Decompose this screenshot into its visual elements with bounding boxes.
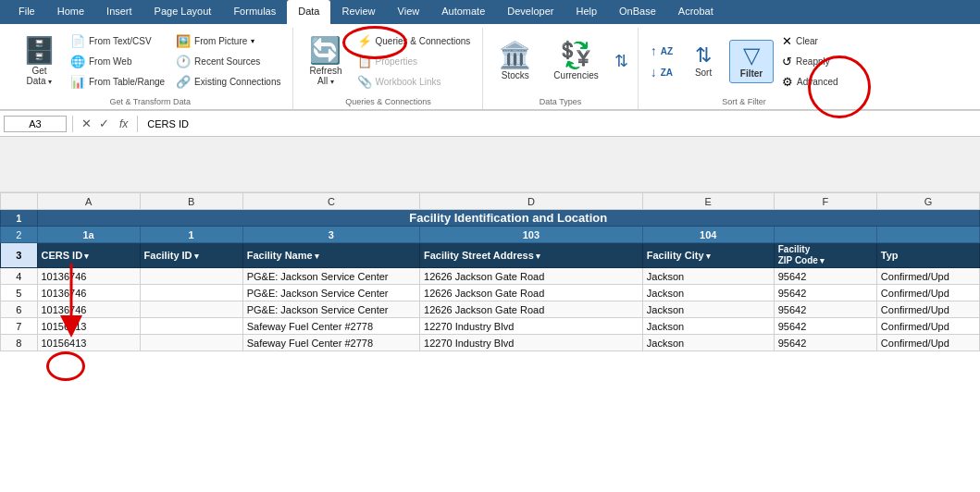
cancel-formula-icon[interactable]: ✕ [79,116,94,131]
cell-5d[interactable]: 12626 Jackson Gate Road [420,285,643,301]
cell-4b[interactable] [140,268,242,285]
filter-arrow-cers[interactable]: ▾ [84,252,89,261]
col-header-f[interactable]: F [774,193,876,210]
stocks-icon: 🏛️ [499,43,531,68]
sort-za-button[interactable]: ↓ ZA [646,62,677,82]
tab-help[interactable]: Help [564,0,608,24]
spreadsheet-area: A B C D E F G 1 Facility Identification … [0,192,980,351]
tab-data[interactable]: Data [287,0,330,24]
cell-5e[interactable]: Jackson [642,285,774,301]
refresh-all-label: RefreshAll ▾ [309,66,341,86]
cell-6b[interactable] [140,301,242,318]
cell-4g[interactable]: Confirmed/Upd [876,268,979,285]
col-header-g[interactable]: G [876,193,979,210]
currencies-button[interactable]: 💱 Currencies [545,39,606,84]
cell-5a[interactable]: 10136746 [37,285,140,301]
cell-7g[interactable]: Confirmed/Upd [876,318,979,335]
cell-8g[interactable]: Confirmed/Upd [876,335,979,351]
name-box[interactable] [4,116,67,132]
cell-6c[interactable]: PG&E: Jackson Service Center [242,301,419,318]
filter-arrow-zip[interactable]: ▾ [820,256,825,265]
get-transform-label: Get & Transform Data [109,95,191,109]
col-header-d[interactable]: D [420,193,643,210]
col-header-b[interactable]: B [140,193,242,210]
cell-5b[interactable] [140,285,242,301]
table-row: 8 10156413 Safeway Fuel Center #2778 122… [1,335,980,351]
cell-8f[interactable]: 95642 [774,335,876,351]
tab-insert[interactable]: Insert [95,0,143,24]
reapply-button[interactable]: ↺ Reapply [777,52,842,71]
recent-sources-button[interactable]: 🕐 Recent Sources [171,52,285,71]
filter-arrow-facility-id[interactable]: ▾ [194,252,199,261]
cell-6a[interactable]: 10136746 [37,301,140,318]
cell-7d[interactable]: 12270 Industry Blvd [420,318,643,335]
cell-6f[interactable]: 95642 [774,301,876,318]
currencies-icon: 💱 [560,43,592,68]
from-text-csv-button[interactable]: 📄 From Text/CSV [66,31,169,51]
filter-arrow-address[interactable]: ▾ [536,252,540,261]
row-num-4: 4 [1,268,38,285]
queries-connections-button[interactable]: ⚡ Queries & Connections [353,31,476,51]
cell-4c[interactable]: PG&E: Jackson Service Center [242,268,419,285]
sort-button[interactable]: ⇅ Sort [681,42,726,81]
cell-5f[interactable]: 95642 [774,285,876,301]
from-picture-button[interactable]: 🖼️ From Picture ▾ [171,31,285,51]
advanced-button[interactable]: ⚙ Advanced [777,72,842,92]
tab-view[interactable]: View [387,0,431,24]
tab-formulas[interactable]: Formulas [222,0,287,24]
workbook-links-button[interactable]: 📎 Workbook Links [353,72,476,92]
cell-5g[interactable]: Confirmed/Upd [876,285,979,301]
tab-file[interactable]: File [7,0,46,24]
tab-onbase[interactable]: OnBase [608,0,667,24]
cell-4f[interactable]: 95642 [774,268,876,285]
tab-developer[interactable]: Developer [496,0,564,24]
tab-home[interactable]: Home [46,0,95,24]
stocks-button[interactable]: 🏛️ Stocks [490,39,540,84]
from-web-button[interactable]: 🌐 From Web [66,52,169,71]
sort-az-button[interactable]: ↑ AZ [646,41,677,61]
existing-connections-button[interactable]: 🔗 Existing Connections [171,72,285,92]
cell-7b[interactable] [140,318,242,335]
cell-7a[interactable]: 10156413 [37,318,140,335]
table-row: 5 10136746 PG&E: Jackson Service Center … [1,285,980,301]
cell-6g[interactable]: Confirmed/Upd [876,301,979,318]
filter-button[interactable]: ▽ Filter [729,40,774,83]
cell-8c[interactable]: Safeway Fuel Center #2778 [242,335,419,351]
cell-6d[interactable]: 12626 Jackson Gate Road [420,301,643,318]
advanced-icon: ⚙ [782,75,793,89]
col-header-c[interactable]: C [242,193,419,210]
group-data-types: 🏛️ Stocks 💱 Currencies ⇅ Data Types [483,28,638,109]
filter-icon: ▽ [743,44,760,67]
properties-button[interactable]: 📋 Properties [353,52,476,71]
header-street-address: Facility Street Address▾ [420,243,643,268]
cell-8d[interactable]: 12270 Industry Blvd [420,335,643,351]
get-data-button[interactable]: 🗄️ GetData ▾ [15,34,64,90]
cell-4d[interactable]: 12626 Jackson Gate Road [420,268,643,285]
cell-8e[interactable]: Jackson [642,335,774,351]
cell-4a[interactable]: 10136746 [37,268,140,285]
cell-4e[interactable]: Jackson [642,268,774,285]
cell-8a[interactable]: 10156413 [37,335,140,351]
tab-acrobat[interactable]: Acrobat [667,0,725,24]
cell-7c[interactable]: Safeway Fuel Center #2778 [242,318,419,335]
col-header-row: A B C D E F G [1,193,980,210]
formula-input[interactable] [143,117,976,130]
clear-button[interactable]: ✕ Clear [777,31,842,51]
col-header-e[interactable]: E [642,193,774,210]
cell-7e[interactable]: Jackson [642,318,774,335]
filter-arrow-name[interactable]: ▾ [315,252,319,261]
cell-5c[interactable]: PG&E: Jackson Service Center [242,285,419,301]
col-header-a[interactable]: A [37,193,140,210]
tab-review[interactable]: Review [330,0,386,24]
tab-page-layout[interactable]: Page Layout [143,0,223,24]
confirm-formula-icon[interactable]: ✓ [96,116,112,131]
filter-arrow-city[interactable]: ▾ [706,252,711,261]
cell-8b[interactable] [140,335,242,351]
cell-6e[interactable]: Jackson [642,301,774,318]
cell-7f[interactable]: 95642 [774,318,876,335]
tab-automate[interactable]: Automate [430,0,496,24]
refresh-all-button[interactable]: 🔄 RefreshAll ▾ [301,34,350,90]
from-table-range-button[interactable]: 📊 From Table/Range [66,72,169,92]
corner-cell [1,193,38,210]
facility-header-cell: Facility Identification and Location [37,210,980,227]
